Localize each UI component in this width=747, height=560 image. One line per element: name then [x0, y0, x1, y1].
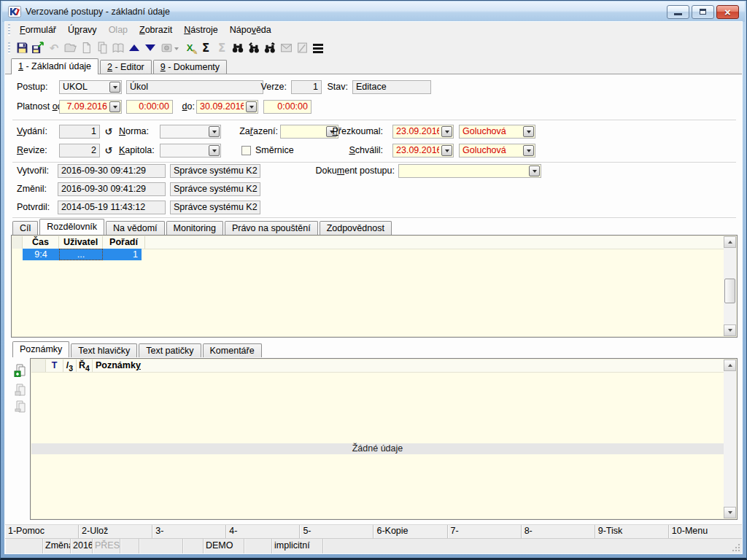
scroll-down-icon[interactable]	[724, 324, 736, 336]
tab-rozdelovnik[interactable]: Rozdělovník	[39, 219, 104, 235]
col-cas[interactable]: Čas	[23, 236, 59, 249]
excel-edit-icon[interactable]: X	[182, 41, 198, 55]
tab-poznamky[interactable]: Poznámky	[12, 341, 69, 357]
fkey-4[interactable]: 4-	[226, 525, 300, 538]
dropdown-icon[interactable]	[441, 126, 452, 137]
close-button[interactable]: ×	[716, 5, 739, 19]
fkey-2[interactable]: 2-Ulož	[79, 525, 152, 538]
dropdown-icon[interactable]	[523, 145, 534, 156]
postup-name-field[interactable]: Úkol	[126, 80, 263, 94]
dropdown-icon[interactable]	[109, 101, 120, 112]
status-overwrite-mode: PŘES	[93, 539, 120, 553]
dropdown-icon[interactable]	[246, 101, 257, 112]
tab-komentare[interactable]: Komentáře	[203, 343, 262, 357]
prezkoumal-date-combo[interactable]: 23.09.2016	[392, 125, 454, 139]
fkey-8[interactable]: 8-	[522, 525, 595, 538]
schvalil-name-combo[interactable]: Goluchová	[459, 144, 535, 158]
col-type[interactable]: T	[46, 359, 63, 372]
move-up-icon[interactable]	[126, 41, 142, 55]
menu-upravy[interactable]: Úpravy	[62, 23, 103, 36]
potvrdil-datetime-field: 2014-05-19 11:43:12	[58, 201, 166, 214]
restore-button[interactable]	[692, 5, 714, 19]
tab-dokumenty[interactable]: 9 - Dokumenty	[153, 60, 227, 74]
menubar-grip[interactable]	[8, 24, 10, 36]
fkey-6[interactable]: 6-Kopie	[374, 525, 447, 538]
col-uzivatel[interactable]: Uživatel	[59, 236, 103, 249]
dropdown-icon[interactable]	[523, 126, 534, 137]
fkey-9[interactable]: 9-Tisk	[595, 525, 669, 538]
postup-code-combo[interactable]: UKOL	[59, 80, 122, 94]
find-icon[interactable]	[230, 41, 246, 55]
schvalil-date-combo[interactable]: 23.09.2016	[392, 144, 454, 158]
fkey-1[interactable]: 1-Pomoc	[5, 525, 79, 538]
title-bar[interactable]: Verzované postupy - základní údaje ×	[2, 1, 745, 22]
minimize-button[interactable]	[667, 5, 689, 19]
separator	[12, 162, 736, 163]
platnost-od-time-field[interactable]: 0:00:00	[126, 100, 173, 114]
menu-lines-icon[interactable]	[310, 41, 326, 55]
platnost-do-date-combo[interactable]: 30.09.2016	[196, 100, 258, 114]
scroll-thumb[interactable]	[724, 279, 735, 303]
history-icon[interactable]: ↺	[103, 144, 115, 158]
col-poznamky[interactable]: Poznámky	[93, 359, 724, 372]
new-document-icon	[78, 41, 94, 55]
cell-uzivatel[interactable]: ...	[59, 249, 103, 260]
tab-monitoring[interactable]: Monitoring	[166, 221, 223, 235]
cell-cas[interactable]: 9:4	[23, 249, 59, 260]
menu-formular[interactable]: Formulář	[14, 23, 62, 36]
status-blank	[244, 539, 272, 553]
toolbar-grip[interactable]	[8, 42, 10, 54]
tab-zodpovednost[interactable]: Zodpovědnost	[320, 221, 392, 235]
dokument-postupu-combo[interactable]	[398, 164, 541, 178]
dropdown-icon[interactable]	[529, 166, 540, 176]
dropdown-icon[interactable]	[441, 145, 452, 156]
tab-zakladni-udaje[interactable]: 1 - Základní údaje	[11, 58, 98, 74]
fkey-7[interactable]: 7-	[448, 525, 522, 538]
resize-grip[interactable]	[732, 543, 740, 552]
smernice-checkbox[interactable]	[241, 146, 251, 155]
prezkoumal-name-combo[interactable]: Goluchová	[459, 125, 535, 139]
sum-icon[interactable]: Σ	[198, 41, 214, 55]
dropdown-icon[interactable]	[209, 145, 220, 156]
norma-combo[interactable]	[160, 125, 221, 139]
cell-poradi[interactable]: 1	[103, 249, 142, 260]
status-demo: DEMO	[204, 539, 244, 553]
zmenil-user-field: Správce systému K2	[170, 182, 260, 196]
zmenil-datetime-field: 2016-09-30 09:41:29	[58, 182, 166, 196]
tab-na-vedomi[interactable]: Na vědomí	[106, 221, 164, 235]
platnost-do-time-field[interactable]: 0:00:00	[263, 100, 311, 114]
save-icon[interactable]	[14, 41, 30, 55]
history-icon[interactable]: ↺	[103, 125, 115, 139]
find-next-icon[interactable]	[246, 41, 262, 55]
notes-scrollbar[interactable]	[724, 359, 736, 518]
fkey-3[interactable]: 3-	[152, 525, 226, 538]
dist-grid-scrollbar[interactable]	[724, 236, 736, 336]
add-note-icon[interactable]	[14, 364, 27, 377]
norma-label: Norma:	[119, 125, 149, 139]
tab-editor[interactable]: 2 - Editor	[100, 60, 152, 74]
table-row[interactable]: 9:4 ... 1	[12, 249, 142, 260]
scroll-up-icon[interactable]	[724, 236, 736, 248]
tab-text-hlavicky[interactable]: Text hlavičky	[71, 343, 137, 357]
col-poradi[interactable]: Pořadí	[103, 236, 145, 249]
zmenil-label: Změnil:	[17, 182, 47, 196]
tab-cil[interactable]: Cíl	[12, 221, 38, 235]
dropdown-icon[interactable]	[109, 82, 120, 93]
fkey-5[interactable]: 5-	[300, 525, 374, 538]
move-down-icon[interactable]	[142, 41, 158, 55]
menu-zobrazit[interactable]: Zobrazit	[133, 23, 178, 36]
tab-text-paticky[interactable]: Text patičky	[139, 343, 201, 357]
menu-napoveda[interactable]: Nápověda	[224, 23, 277, 36]
menu-nastroje[interactable]: Nástroje	[178, 23, 224, 36]
col-frac[interactable]: /3	[63, 359, 77, 372]
dropdown-icon[interactable]	[209, 126, 220, 137]
tab-pravo-na-spousteni[interactable]: Právo na spouštění	[225, 221, 318, 235]
scroll-up-icon[interactable]	[724, 359, 736, 371]
kapitola-combo[interactable]	[160, 144, 221, 158]
scroll-down-icon[interactable]	[724, 507, 736, 518]
find-special-icon[interactable]	[262, 41, 278, 55]
save-version-icon[interactable]	[30, 41, 46, 55]
platnost-od-date-combo[interactable]: 7.09.2016	[59, 100, 122, 114]
col-r[interactable]: Ř4	[77, 359, 93, 372]
fkey-10[interactable]: 10-Menu	[669, 525, 742, 538]
